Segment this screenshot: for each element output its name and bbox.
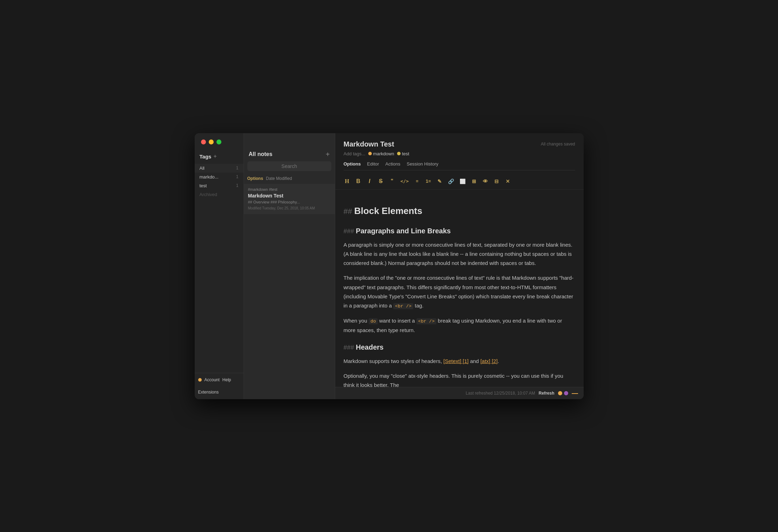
toolbar-strikethrough-btn[interactable]: S: [376, 177, 386, 186]
h3-paragraphs-block: ### Paragraphs and Line Breaks: [344, 225, 575, 237]
toolbar-table-btn[interactable]: ⊞: [469, 177, 479, 186]
tag-dot-test: [397, 152, 401, 155]
toolbar-italic-btn[interactable]: I: [365, 177, 375, 186]
editor-saved-status: All changes saved: [541, 142, 575, 147]
para-1: A paragraph is simply one or more consec…: [344, 240, 575, 268]
maximize-button[interactable]: [216, 140, 221, 144]
tags-title: Tags: [200, 154, 212, 160]
toolbar-unordered-list-btn[interactable]: ≡: [412, 177, 422, 185]
account-link[interactable]: Account: [205, 377, 220, 382]
editor-title: Markdown Test: [344, 140, 394, 148]
note-card[interactable]: #markdown #test Markdown Test ## Overvie…: [244, 184, 335, 214]
link-setext[interactable]: [Setext] [1]: [443, 358, 469, 364]
options-label[interactable]: Options: [247, 176, 263, 181]
para-5: Optionally, you may "close" atx-style he…: [344, 371, 575, 387]
para-2: The implication of the "one or more cons…: [344, 273, 575, 311]
editor-toolbar: H B I S " </> ≡ 1≡ ✎ 🔗 ⬜ ⊞ 👁 ⊟ ✕: [335, 173, 584, 190]
editor-panel: Markdown Test All changes saved Add tags…: [335, 133, 584, 399]
extensions-link[interactable]: Extensions: [198, 390, 219, 395]
tab-options[interactable]: Options: [344, 161, 361, 167]
code-br-2: <br />: [416, 318, 436, 324]
tag-badge-markdown[interactable]: markdown: [368, 151, 394, 156]
add-note-button[interactable]: +: [326, 151, 330, 158]
bottom-right: Last refreshed 12/25/2018, 10:07 AM Refr…: [466, 391, 578, 396]
help-link[interactable]: Help: [222, 377, 231, 382]
tab-actions[interactable]: Actions: [385, 161, 401, 167]
para-4: Markdown supports two styles of headers,…: [344, 357, 575, 366]
search-input[interactable]: [252, 163, 327, 169]
app-window: Tags + All 1 markdo... 1 test 1 Archived: [195, 133, 584, 399]
traffic-lights: [201, 140, 221, 144]
date-modified-label: Date Modified: [266, 176, 292, 181]
link-atx[interactable]: [atx] [2]: [480, 358, 498, 364]
editor-header: Markdown Test All changes saved Add tags…: [335, 133, 584, 173]
status-line: [572, 393, 578, 394]
code-do: do: [369, 318, 378, 324]
tab-editor[interactable]: Editor: [367, 161, 379, 167]
para-3: When you do want to insert a <br /> brea…: [344, 316, 575, 335]
search-box[interactable]: [247, 161, 331, 171]
toolbar-ordered-list-btn[interactable]: 1≡: [423, 177, 433, 185]
h3-headers-block: ### Headers: [344, 341, 575, 353]
toolbar-code-btn[interactable]: </>: [398, 177, 411, 185]
code-br-1: <br />: [393, 303, 413, 309]
close-button[interactable]: [201, 140, 206, 144]
sidebar-tags: Tags + All 1 markdo... 1 test 1 Archived: [195, 133, 244, 399]
app-body: Tags + All 1 markdo... 1 test 1 Archived: [195, 133, 584, 399]
sidebar-item-test[interactable]: test 1: [195, 181, 244, 190]
toolbar-image-btn[interactable]: ⬜: [458, 177, 468, 186]
sidebar-item-markdown[interactable]: markdo... 1: [195, 173, 244, 181]
tag-dot-markdown: [368, 152, 372, 155]
note-preview: ## Overview ### Philosophy...: [248, 200, 331, 205]
toolbar-link-btn[interactable]: 🔗: [446, 177, 456, 186]
toolbar-quote-btn[interactable]: ": [387, 177, 397, 186]
archived-label: Archived: [195, 190, 244, 199]
tag-badge-test[interactable]: test: [397, 151, 409, 156]
notes-list-header: All notes +: [244, 133, 335, 161]
note-title: Markdown Test: [248, 193, 331, 199]
refresh-button[interactable]: Refresh: [539, 391, 555, 396]
add-tag-button[interactable]: +: [213, 154, 216, 159]
notes-list-title: All notes: [249, 151, 273, 157]
tab-session-history[interactable]: Session History: [407, 161, 438, 167]
status-dot-orange: [558, 391, 562, 395]
notes-list-panel: All notes + Options Date Modified #markd…: [244, 133, 335, 399]
notes-options-bar: Options Date Modified: [244, 175, 335, 184]
tags-header: Tags +: [195, 151, 244, 162]
minimize-button[interactable]: [209, 140, 214, 144]
account-dot: [198, 378, 202, 382]
toolbar-bold-btn[interactable]: B: [354, 177, 363, 186]
toolbar-preview-btn[interactable]: 👁: [480, 177, 490, 186]
toolbar-pen-btn[interactable]: ✎: [435, 177, 445, 186]
status-icons: [558, 391, 568, 395]
h2-block: ## Block Elements: [344, 203, 575, 219]
toolbar-heading-btn[interactable]: H: [342, 177, 352, 186]
note-tags: #markdown #test: [248, 187, 331, 192]
note-date: Modified Tuesday, Dec 25, 2018, 10:05 AM: [248, 206, 331, 210]
tag-list: All 1 markdo... 1 test 1 Archived: [195, 162, 244, 373]
status-dot-purple: [564, 391, 568, 395]
toolbar-split-btn[interactable]: ⊟: [492, 177, 501, 186]
editor-tabs: Options Editor Actions Session History: [344, 161, 575, 170]
sidebar-item-all[interactable]: All 1: [195, 164, 244, 173]
editor-content[interactable]: ## Block Elements ### Paragraphs and Lin…: [335, 190, 584, 387]
add-tags-label[interactable]: Add tags...: [344, 151, 365, 156]
refresh-info: Last refreshed 12/25/2018, 10:07 AM: [466, 391, 535, 396]
toolbar-fullscreen-btn[interactable]: ✕: [503, 177, 513, 186]
editor-title-row: Markdown Test All changes saved: [344, 140, 575, 148]
editor-tags-row: Add tags... markdown test: [344, 151, 575, 156]
bottom-bar: Last refreshed 12/25/2018, 10:07 AM Refr…: [335, 387, 584, 399]
